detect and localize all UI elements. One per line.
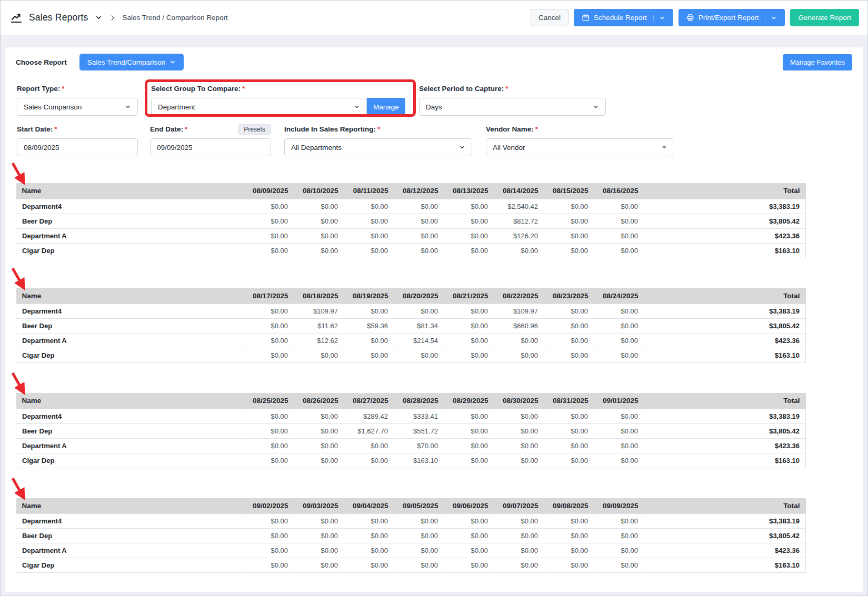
value-cell: $0.00 [394,348,444,363]
cancel-button[interactable]: Cancel [531,9,568,26]
value-cell: $0.00 [494,529,544,543]
value-cell: $0.00 [444,438,494,453]
report-table: Name 08/09/202508/10/202508/11/202508/12… [16,183,806,258]
include-in-sales-reporting-select[interactable]: All Departments [284,138,472,156]
schedule-report-button[interactable]: Schedule Report [574,9,673,26]
page: Sales Reports Sales Trend / Comparison R… [0,0,868,596]
annotation-arrow-icon [8,159,32,188]
period-to-capture-value: Days [426,103,442,111]
value-cell: $0.00 [544,514,594,529]
value-cell: $333.41 [394,409,444,423]
chevron-down-icon[interactable] [95,14,103,22]
total-cell: $3,383.19 [644,409,806,423]
value-cell: $0.00 [344,334,394,348]
value-cell: $0.00 [244,199,294,214]
value-cell: $0.00 [544,453,594,468]
presets-button[interactable]: Presets [238,124,271,135]
vendor-name-select[interactable]: All Vendor [486,138,673,156]
end-date-input[interactable] [150,138,271,156]
value-cell: $0.00 [544,348,594,363]
value-cell: $126.20 [494,228,544,243]
report-type-value: Sales Comparison [24,103,82,111]
value-cell: $0.00 [244,423,294,438]
value-cell: $0.00 [244,543,294,558]
chevron-down-icon [459,144,465,150]
value-cell: $0.00 [344,558,394,573]
value-cell: $0.00 [294,423,344,438]
chevron-down-icon[interactable] [765,15,777,21]
value-cell: $0.00 [294,228,344,243]
report-type-label: Report Type: [17,85,60,93]
value-cell: $0.00 [394,243,444,258]
row-name-cell: Beer Dep [16,319,244,334]
period-to-capture-select[interactable]: Days [419,98,606,116]
value-cell: $0.00 [294,453,344,468]
total-cell: $163.10 [644,243,806,258]
vendor-name-value: All Vendor [493,144,525,151]
value-cell: $0.00 [544,304,594,319]
table-row: Beer Dep $0.00$0.00$0.00$0.00$0.00$0.00$… [16,529,806,543]
column-header-date: 08/14/2025 [494,183,544,199]
value-cell: $0.00 [544,199,594,214]
end-date-field: End Date:* Presets [150,125,271,156]
table-header-row: Name 08/09/202508/10/202508/11/202508/12… [16,183,806,199]
table-header-row: Name 09/02/202509/03/202509/04/202509/05… [16,498,806,514]
column-header-date: 08/22/2025 [494,288,544,304]
value-cell: $0.00 [394,214,444,228]
value-cell: $109.97 [494,304,544,319]
manage-button[interactable]: Manage [367,98,405,116]
value-cell: $0.00 [244,334,294,348]
value-cell: $0.00 [244,438,294,453]
column-header-date: 09/08/2025 [544,498,594,514]
chevron-down-icon [169,59,176,65]
header-actions: Cancel Schedule Report Print/Export Repo… [531,9,859,26]
value-cell: $0.00 [594,228,644,243]
value-cell: $0.00 [344,243,394,258]
value-cell: $59.36 [344,319,394,334]
value-cell: $0.00 [544,423,594,438]
value-cell: $0.00 [594,348,644,363]
generate-report-button[interactable]: Generate Report [790,9,859,26]
value-cell: $0.00 [294,409,344,423]
manage-favorites-button[interactable]: Manage Favorites [783,54,852,70]
chevron-down-icon[interactable] [653,15,665,21]
value-cell: $0.00 [594,438,644,453]
start-date-input[interactable] [17,138,138,156]
value-cell: $0.00 [494,243,544,258]
table-row: Department A $0.00$12.62$0.00$214.54$0.0… [16,334,806,348]
column-header-total: Total [644,183,806,199]
start-date-label: Start Date: [17,125,53,133]
value-cell: $0.00 [344,199,394,214]
group-to-compare-value: Department [158,103,195,111]
value-cell: $0.00 [594,243,644,258]
report-type-select[interactable]: Sales Comparison [17,98,138,116]
report-type-field: Report Type:* Sales Comparison [17,84,138,116]
value-cell: $0.00 [244,319,294,334]
total-cell: $423.36 [644,438,806,453]
period-to-capture-field: Select Period to Capture:* Days [419,84,606,116]
chevron-down-icon [125,104,131,110]
table-row: Deparment4 $0.00$0.00$0.00$0.00$0.00$0.0… [16,514,806,529]
breadcrumb-current: Sales Trend / Comparison Report [123,14,228,22]
required-asterisk: * [185,125,187,133]
filters-row-1: Report Type:* Sales Comparison Select Gr… [5,84,863,116]
schedule-report-label: Schedule Report [594,14,647,22]
value-cell: $0.00 [544,243,594,258]
value-cell: $812.72 [494,214,544,228]
row-name-cell: Department A [16,438,244,453]
total-cell: $163.10 [644,558,806,573]
value-cell: $0.00 [444,529,494,543]
page-title[interactable]: Sales Reports [29,12,88,23]
value-cell: $0.00 [594,529,644,543]
print-export-button[interactable]: Print/Export Report [679,9,785,26]
group-to-compare-select[interactable]: Department [151,98,367,116]
value-cell: $0.00 [344,214,394,228]
report-table-section: Name 09/02/202509/03/202509/04/202509/05… [16,498,806,573]
column-header-date: 08/28/2025 [394,393,444,409]
report-selector-button[interactable]: Sales Trend/Comparison [79,54,184,70]
value-cell: $0.00 [244,348,294,363]
total-cell: $163.10 [644,453,806,468]
report-table: Name 08/17/202508/18/202508/19/202508/20… [16,288,806,363]
report-selector-value: Sales Trend/Comparison [87,58,166,66]
row-name-cell: Beer Dep [16,423,244,438]
